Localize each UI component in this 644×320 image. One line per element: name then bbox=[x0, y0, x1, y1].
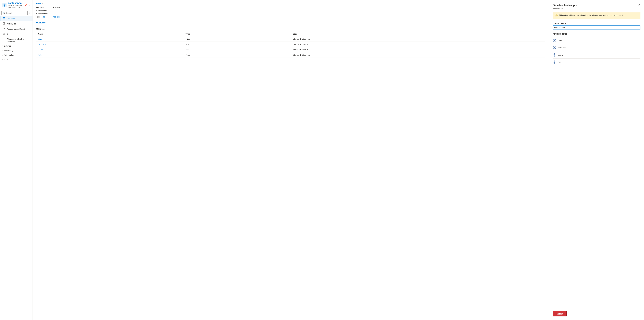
sidebar-item-label: Automation bbox=[4, 54, 14, 56]
expand-icon: › bbox=[2, 59, 3, 60]
table-row: spark Spark Standard_E8as_v... bbox=[36, 47, 546, 52]
sidebar-item-label: Settings bbox=[4, 45, 11, 47]
cluster-name-cell: flink bbox=[36, 52, 184, 58]
panel-title: Delete cluster pool bbox=[553, 3, 579, 7]
tags-label: Tags (edit) bbox=[36, 16, 49, 18]
search-box: 🔍 bbox=[2, 11, 28, 15]
sidebar-item-automation[interactable]: › Automation bbox=[0, 53, 32, 57]
expand-icon: › bbox=[2, 50, 3, 51]
svg-rect-7 bbox=[4, 18, 5, 19]
sidebar-nav: Overview Activity log Access control (IA… bbox=[0, 16, 32, 62]
sidebar-item-label: Diagnose and solve problems bbox=[7, 38, 30, 42]
panel-subtitle: contosopool bbox=[553, 7, 579, 9]
cluster-icon bbox=[553, 53, 556, 57]
breadcrumb: Home › bbox=[36, 2, 546, 4]
cluster-name-cell: trino bbox=[36, 36, 184, 42]
affected-item-name: mycluster bbox=[558, 46, 566, 49]
tags-edit-link[interactable]: edit bbox=[42, 16, 44, 18]
affected-item: spark bbox=[553, 51, 640, 59]
cluster-icon bbox=[553, 38, 556, 42]
sidebar-item-label: Help bbox=[4, 59, 8, 61]
col-name: Name bbox=[36, 31, 184, 36]
sidebar-item-label: Overview bbox=[7, 17, 15, 20]
title-actions: 📌 ☆ ··· bbox=[24, 4, 33, 7]
cluster-name-cell: mycluster bbox=[36, 42, 184, 47]
sidebar-item-label: Activity log bbox=[7, 23, 16, 25]
warning-box: ⓘ This action will permanently delete th… bbox=[553, 12, 640, 19]
svg-rect-4 bbox=[3, 17, 4, 18]
subscription-id-value: : bbox=[52, 12, 546, 15]
sidebar-item-monitoring[interactable]: › Monitoring bbox=[0, 48, 32, 53]
expand-icon: › bbox=[2, 45, 3, 47]
cluster-size-cell: Standard_E8as_v... bbox=[291, 47, 546, 52]
subscription-label: Subscription bbox=[36, 9, 49, 12]
sidebar-item-tags[interactable]: Tags bbox=[0, 31, 32, 37]
affected-item: mycluster bbox=[553, 44, 640, 51]
pin-button[interactable]: 📌 bbox=[24, 4, 28, 7]
svg-point-12 bbox=[4, 28, 4, 29]
delete-button[interactable]: Delete bbox=[553, 311, 566, 317]
clusters-table: Name Type Size trino Trino Standard_E8as… bbox=[36, 31, 546, 58]
access-control-icon bbox=[3, 27, 6, 30]
panel-title-group: Delete cluster pool contosopool bbox=[553, 3, 579, 11]
meta-grid: Location : East US 2 Subscription : Subs… bbox=[36, 6, 546, 18]
diagnose-icon bbox=[3, 39, 5, 41]
collapse-sidebar-button[interactable]: « bbox=[28, 11, 31, 14]
warning-icon: ⓘ bbox=[555, 14, 558, 17]
subscription-value: : bbox=[52, 9, 546, 12]
delete-panel: Delete cluster pool contosopool ✕ ⓘ This… bbox=[549, 0, 644, 320]
expand-icon: › bbox=[2, 54, 3, 56]
sidebar-item-label: Access control (IAM) bbox=[7, 28, 25, 30]
sidebar-item-label: Tags bbox=[7, 33, 11, 35]
sidebar-item-overview[interactable]: Overview bbox=[0, 16, 32, 21]
sidebar-item-help[interactable]: › Help bbox=[0, 57, 32, 62]
app-icon bbox=[2, 3, 6, 7]
cluster-name-link[interactable]: flink bbox=[38, 54, 42, 56]
affected-item: trino bbox=[553, 37, 640, 44]
affected-items-title: Affected items bbox=[553, 33, 640, 35]
close-panel-button[interactable]: ✕ bbox=[638, 3, 640, 6]
tags-value: : Add tags bbox=[52, 16, 546, 18]
sidebar-item-activity-log[interactable]: Activity log bbox=[0, 21, 32, 26]
cluster-size-cell: Standard_E8as_v... bbox=[291, 42, 546, 47]
confirm-delete-input[interactable] bbox=[553, 25, 640, 30]
affected-items-list: trino mycluster spark flink bbox=[553, 37, 640, 66]
cluster-name-cell: spark bbox=[36, 47, 184, 52]
main-content: Home › Location : East US 2 Subscription… bbox=[33, 0, 549, 320]
location-value: : East US 2 bbox=[52, 6, 546, 8]
col-size: Size bbox=[291, 31, 546, 36]
search-input[interactable] bbox=[6, 12, 26, 14]
search-container: 🔍 « bbox=[0, 10, 32, 16]
table-row: mycluster Spark Standard_E8as_v... bbox=[36, 42, 546, 47]
panel-header: Delete cluster pool contosopool ✕ bbox=[553, 3, 640, 11]
affected-item-name: spark bbox=[558, 54, 563, 56]
affected-item-name: trino bbox=[558, 39, 562, 41]
sidebar-item-access-control[interactable]: Access control (IAM) bbox=[0, 26, 32, 31]
panel-footer: Delete bbox=[553, 308, 640, 317]
confirm-label: Confirm delete * bbox=[553, 22, 640, 24]
sidebar-header: contosopool Azure HDInsight on AKS clust… bbox=[0, 0, 32, 10]
cluster-size-cell: Standard_E8as_v... bbox=[291, 36, 546, 42]
sidebar: contosopool Azure HDInsight on AKS clust… bbox=[0, 0, 33, 320]
col-type: Type bbox=[184, 31, 291, 36]
app-subtitle: Azure HDInsight on AKS cluster pool bbox=[8, 4, 22, 9]
svg-rect-6 bbox=[3, 18, 4, 19]
sidebar-item-label: Monitoring bbox=[4, 49, 13, 52]
cluster-name-link[interactable]: mycluster bbox=[38, 43, 46, 45]
tags-icon bbox=[3, 33, 6, 36]
app-title-group: contosopool Azure HDInsight on AKS clust… bbox=[8, 2, 22, 9]
sidebar-item-settings[interactable]: › Settings bbox=[0, 44, 32, 48]
tab-overview[interactable]: Overview bbox=[36, 20, 46, 25]
clusters-section-title: Clusters bbox=[36, 28, 546, 30]
svg-rect-5 bbox=[4, 17, 5, 18]
cluster-name-link[interactable]: spark bbox=[38, 48, 43, 51]
star-button[interactable]: ☆ bbox=[28, 4, 32, 7]
sidebar-item-diagnose[interactable]: Diagnose and solve problems bbox=[0, 37, 32, 44]
svg-point-13 bbox=[4, 33, 4, 33]
add-tags-link[interactable]: Add tags bbox=[53, 16, 60, 18]
cluster-name-link[interactable]: trino bbox=[38, 38, 42, 40]
search-icon: 🔍 bbox=[3, 12, 5, 14]
breadcrumb-home[interactable]: Home bbox=[36, 2, 42, 4]
cluster-type-cell: Trino bbox=[184, 36, 291, 42]
warning-text: This action will permanently delete the … bbox=[559, 14, 626, 16]
